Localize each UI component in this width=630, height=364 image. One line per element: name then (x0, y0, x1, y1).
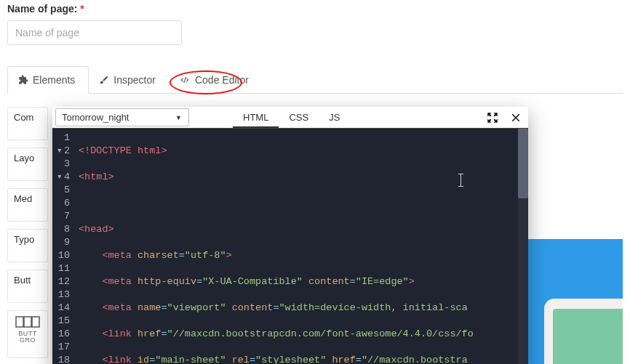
code-editor-panel: Tomorrow_night HTML CSS JS 1 ▾2 3 (52, 107, 528, 364)
side-group-label: GRO (11, 337, 44, 344)
brush-icon (99, 75, 109, 85)
page-name-input[interactable] (7, 20, 182, 45)
editor-tab-css[interactable]: CSS (279, 107, 319, 128)
editor-tab-js[interactable]: JS (319, 107, 350, 128)
side-item[interactable]: Com (7, 107, 48, 140)
button-group-icon (15, 315, 40, 328)
device-frame (544, 299, 623, 364)
text-cursor (458, 174, 464, 187)
tab-label: Elements (33, 74, 75, 86)
field-label: Name of page: * (7, 3, 623, 15)
svg-rect-1 (24, 317, 31, 327)
elements-side-panel: Com Layo Med Typo Butt BUTT GRO (7, 107, 49, 358)
tab-inspector[interactable]: Inspector (89, 66, 169, 94)
code-icon (179, 75, 191, 85)
expand-icon[interactable] (486, 111, 499, 124)
device-screen (553, 309, 623, 364)
side-item[interactable]: Typo (7, 229, 48, 262)
tab-elements[interactable]: Elements (7, 66, 89, 94)
side-group[interactable]: BUTT GRO (7, 310, 48, 358)
side-item[interactable]: Layo (7, 147, 48, 181)
editor-header: Tomorrow_night HTML CSS JS (52, 107, 528, 129)
tab-label: Code Editor (195, 74, 249, 86)
editor-body[interactable]: 1 ▾2 3 ▾4 5 6 7 8 9 10 11 12 13 14 15 16 (52, 129, 528, 364)
side-item[interactable]: Butt (7, 270, 48, 303)
editor-tab-html[interactable]: HTML (233, 107, 279, 128)
main-tabs: Elements Inspector Code Editor (7, 65, 623, 94)
tab-code-editor[interactable]: Code Editor (169, 66, 262, 94)
tab-label: Inspector (113, 74, 156, 86)
close-icon[interactable] (509, 111, 522, 124)
editor-scrollbar[interactable] (518, 129, 528, 364)
line-gutter: 1 ▾2 3 ▾4 5 6 7 8 9 10 11 12 13 14 15 16 (52, 129, 74, 364)
puzzle-icon (18, 75, 28, 85)
svg-rect-0 (16, 317, 23, 327)
side-item[interactable]: Med (7, 188, 48, 222)
scroll-thumb[interactable] (518, 129, 528, 198)
required-asterisk: * (80, 3, 84, 15)
svg-rect-2 (32, 317, 39, 327)
theme-select[interactable]: Tomorrow_night (55, 108, 189, 126)
code-area[interactable]: <!DOCTYPE html> <html> <head> <meta char… (74, 129, 528, 364)
